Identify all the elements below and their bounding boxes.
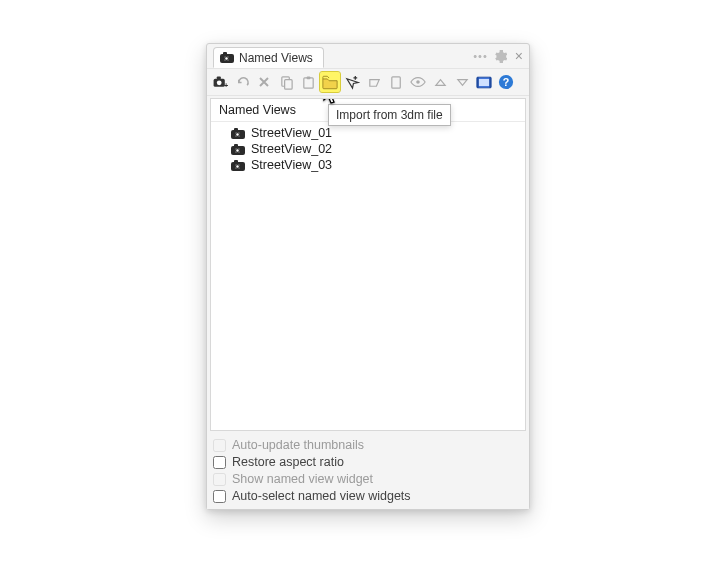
cursor-icon	[323, 98, 343, 108]
svg-rect-5	[284, 79, 292, 88]
film-button[interactable]	[474, 72, 494, 92]
camera-icon	[231, 144, 245, 155]
gear-icon[interactable]	[494, 50, 507, 63]
svg-rect-13	[489, 77, 491, 88]
option-row[interactable]: Auto-update thumbnails	[213, 438, 523, 452]
svg-rect-12	[477, 77, 479, 88]
import-button[interactable]	[320, 72, 340, 92]
option-row[interactable]: Restore aspect ratio	[213, 455, 523, 469]
delete-button[interactable]	[254, 72, 274, 92]
restore-button[interactable]	[364, 72, 384, 92]
copy-button[interactable]	[276, 72, 296, 92]
toolbar: +	[207, 68, 529, 96]
cursor-target-button[interactable]	[342, 72, 362, 92]
title-controls: ••• ×	[473, 49, 525, 63]
camera-icon	[231, 128, 245, 139]
option-checkbox	[213, 439, 226, 452]
svg-rect-7	[306, 76, 310, 79]
option-label: Show named view widget	[232, 472, 373, 486]
svg-rect-11	[479, 78, 490, 85]
option-row[interactable]: Auto-select named view widgets	[213, 489, 523, 503]
eye-button[interactable]	[408, 72, 428, 92]
option-label: Auto-select named view widgets	[232, 489, 411, 503]
views-list: StreetView_01StreetView_02StreetView_03	[211, 122, 525, 430]
named-views-panel: Named Views ••• × +	[206, 43, 530, 510]
save-view-button[interactable]: +	[210, 72, 230, 92]
titlebar: Named Views ••• ×	[207, 44, 529, 68]
move-up-button[interactable]	[430, 72, 450, 92]
tooltip: Import from 3dm file	[328, 104, 451, 126]
undo-button[interactable]	[232, 72, 252, 92]
list-item[interactable]: StreetView_02	[213, 141, 523, 157]
option-checkbox	[213, 473, 226, 486]
tooltip-text: Import from 3dm file	[336, 108, 443, 122]
camera-icon	[220, 52, 234, 63]
svg-point-2	[217, 80, 222, 85]
list-item[interactable]: StreetView_01	[213, 125, 523, 141]
option-label: Auto-update thumbnails	[232, 438, 364, 452]
svg-point-9	[416, 80, 420, 84]
paste-button[interactable]	[298, 72, 318, 92]
drag-handle-icon[interactable]: •••	[473, 51, 488, 62]
option-row[interactable]: Show named view widget	[213, 472, 523, 486]
list-item-label: StreetView_03	[251, 158, 332, 172]
options-footer: Auto-update thumbnailsRestore aspect rat…	[207, 434, 529, 509]
svg-text:?: ?	[503, 76, 510, 88]
list-item-label: StreetView_02	[251, 142, 332, 156]
option-checkbox[interactable]	[213, 456, 226, 469]
list-item[interactable]: StreetView_03	[213, 157, 523, 173]
svg-text:+: +	[224, 81, 228, 90]
move-down-button[interactable]	[452, 72, 472, 92]
option-checkbox[interactable]	[213, 490, 226, 503]
content-area: Named Views StreetView_01StreetView_02St…	[210, 98, 526, 431]
help-button[interactable]: ?	[496, 72, 516, 92]
svg-rect-6	[303, 77, 312, 87]
svg-rect-8	[391, 76, 399, 87]
option-label: Restore aspect ratio	[232, 455, 344, 469]
camera-icon	[231, 160, 245, 171]
svg-rect-1	[217, 76, 221, 79]
tab-title: Named Views	[239, 51, 313, 65]
close-icon[interactable]: ×	[513, 49, 525, 63]
panel-tab[interactable]: Named Views	[213, 47, 324, 68]
list-item-label: StreetView_01	[251, 126, 332, 140]
clipboard-button[interactable]	[386, 72, 406, 92]
